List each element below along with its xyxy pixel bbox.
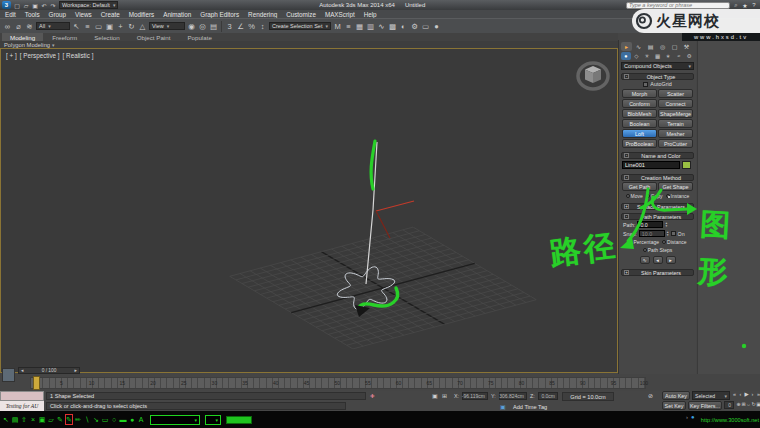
open-file-icon[interactable]: ▱ [22, 1, 30, 9]
rendered-frame-icon[interactable]: ▭ [420, 20, 431, 32]
ribbon-tab[interactable]: Freeform [44, 33, 85, 41]
menu-item[interactable]: MAXScript [325, 11, 355, 18]
select-object-icon[interactable]: ↖ [71, 20, 82, 32]
ribbon-tab[interactable]: Selection [86, 33, 127, 41]
add-time-tag[interactable]: Add Time Tag [510, 402, 558, 411]
filled-circle-icon[interactable]: ● [128, 414, 136, 425]
get-path-button[interactable]: Get Path [622, 182, 657, 191]
undo-icon[interactable]: ↶ [40, 1, 48, 9]
maxscript-listener-line[interactable]: Testing for AU [0, 401, 44, 411]
track-bar-icon[interactable] [2, 368, 15, 382]
ribbon-tab[interactable]: Populate [179, 33, 219, 41]
selection-filter-dropdown[interactable]: All ▾ [36, 22, 70, 30]
skin-parameters-header[interactable]: + Skin Parameters [621, 269, 694, 276]
unlink-selection-icon[interactable]: ⌀ [13, 20, 24, 32]
line-icon[interactable]: ∖ [83, 414, 91, 425]
render-icon[interactable]: ● [431, 20, 442, 32]
object-type-button[interactable]: Scatter [658, 89, 693, 98]
menu-item[interactable]: Modifiers [129, 11, 155, 18]
object-type-header[interactable]: - Object Type [621, 73, 694, 80]
select-and-scale-icon[interactable]: △ [137, 20, 148, 32]
object-type-button[interactable]: Terrain [658, 119, 693, 128]
text-icon[interactable]: A [137, 414, 145, 425]
star-icon[interactable]: ★ [741, 1, 749, 9]
ribbon-panel-title[interactable]: Polygon Modeling ▾ [0, 41, 618, 48]
rectangle-icon[interactable]: ▭ [101, 414, 109, 425]
spinner-arrows[interactable]: ▴▾ [667, 231, 669, 237]
next-arrow-icon[interactable]: ▸ [75, 368, 77, 373]
graphite-toggle-icon[interactable]: ▥ [365, 20, 376, 32]
spinner-arrows[interactable]: ▴▾ [665, 222, 667, 228]
use-pivot-center-icon[interactable]: ◉ [186, 20, 197, 32]
infocenter-search-input[interactable]: Type a keyword or phrase [626, 2, 730, 9]
curve-editor-icon[interactable]: ∿ [376, 20, 387, 32]
subtab-systems[interactable]: ⚙ [684, 52, 694, 60]
rectangular-selection-icon[interactable]: ▭ [93, 20, 104, 32]
ellipse-icon[interactable]: ○ [110, 414, 118, 425]
menu-item[interactable]: Views [75, 11, 92, 18]
percent-snap-icon[interactable]: % [246, 20, 257, 32]
ribbon-tab[interactable]: Modeling [2, 33, 43, 41]
subtab-lights[interactable]: ☀ [642, 52, 652, 60]
prev-arrow-icon[interactable]: ◂ [21, 368, 23, 373]
viewport-pov-menu[interactable]: [ Perspective ] [20, 52, 60, 59]
object-type-button[interactable]: ProCutter [658, 139, 693, 148]
pick-shape-button[interactable]: ∿ [640, 256, 650, 264]
select-and-link-icon[interactable]: ∞ [2, 20, 13, 32]
menu-item[interactable]: Help [364, 11, 377, 18]
tab-utilities[interactable]: ⚒ [681, 42, 692, 51]
spinner-snap-icon[interactable]: ↕ [257, 20, 268, 32]
3dsmax-app-menu-icon[interactable]: 3 [2, 1, 11, 9]
render-setup-icon[interactable]: ⚙ [409, 20, 420, 32]
search-icon[interactable]: ⌕ [732, 1, 740, 9]
name-color-header[interactable]: - Name and Color [621, 152, 694, 159]
isolate-selection-icon[interactable]: ⊘ [648, 392, 653, 399]
help-icon[interactable]: ? [750, 1, 758, 9]
subtab-spacewarps[interactable]: ≈ [674, 52, 684, 60]
maximize-viewport-icon[interactable]: ▣ [756, 401, 760, 407]
subtab-cameras[interactable]: ▦ [653, 52, 663, 60]
snap-value-field[interactable]: 10.0 [639, 230, 665, 237]
object-type-button[interactable]: Loft [622, 129, 657, 138]
angle-snap-icon[interactable]: ∠ [235, 20, 246, 32]
annotation-color-swatch[interactable] [226, 416, 252, 424]
filled-rectangle-icon[interactable]: ▬ [119, 414, 127, 425]
select-and-manipulate-icon[interactable]: ◎ [197, 20, 208, 32]
mirror-icon[interactable]: M [332, 20, 343, 32]
previous-frame-button[interactable]: ‹ [738, 391, 743, 397]
folder-icon[interactable]: ▱ [47, 414, 55, 425]
menu-item[interactable]: Animation [163, 11, 191, 18]
redo-icon[interactable]: ↷ [49, 1, 57, 9]
creation-method-header[interactable]: - Creation Method [621, 174, 694, 181]
path-value-field[interactable]: 0.0 [637, 221, 663, 228]
tab-hierarchy[interactable]: ▤ [645, 42, 656, 51]
path-units-radio[interactable]: Distance [662, 239, 686, 245]
menu-item[interactable]: Rendering [248, 11, 277, 18]
snap-on-checkbox[interactable] [671, 231, 676, 236]
marker-icon[interactable]: ✏ [74, 414, 82, 425]
pencil-icon[interactable]: ✎ [56, 414, 64, 425]
select-and-rotate-icon[interactable]: ↻ [126, 20, 137, 32]
current-frame-field[interactable]: 0 [724, 401, 734, 409]
category-dropdown[interactable]: Compound Objects ▾ [621, 62, 694, 70]
set-key-button[interactable]: Set Key [662, 401, 686, 410]
annotation-size-dropdown[interactable]: ▾ [205, 415, 221, 425]
tab-display[interactable]: ▢ [669, 42, 680, 51]
menu-item[interactable]: Tools [25, 11, 40, 18]
play-button[interactable]: ▶ [744, 391, 749, 397]
select-and-move-icon[interactable]: + [115, 20, 126, 32]
selection-lock-icon[interactable]: ✚ [370, 393, 375, 399]
menu-item[interactable]: Group [49, 11, 67, 18]
menu-item[interactable]: Graph Editors [200, 11, 239, 18]
bind-to-space-warp-icon[interactable]: ≋ [24, 20, 35, 32]
named-selection-sets-dropdown[interactable]: Create Selection Set ▾ [269, 22, 331, 30]
object-type-button[interactable]: Connect [658, 99, 693, 108]
tab-modify[interactable]: ∿ [633, 42, 644, 51]
next-frame-button[interactable]: › [750, 391, 755, 397]
object-type-button[interactable]: Morph [622, 89, 657, 98]
object-name-field[interactable] [622, 161, 680, 169]
snap-3d-icon[interactable]: 3 [224, 20, 235, 32]
next-shape-button[interactable]: ▸ [666, 256, 676, 264]
tab-motion[interactable]: ◎ [657, 42, 668, 51]
creation-method-radio[interactable]: Move [626, 193, 643, 199]
